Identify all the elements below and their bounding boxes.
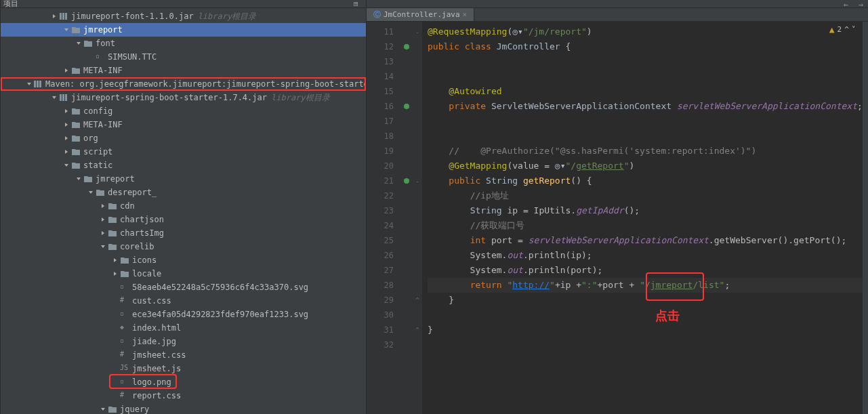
line-number[interactable]: 13 xyxy=(367,54,394,69)
tree-item[interactable]: #report.css xyxy=(1,389,366,402)
line-number[interactable]: 17 xyxy=(367,114,394,129)
gutter-marker[interactable] xyxy=(400,54,413,69)
line-number[interactable]: 14 xyxy=(367,69,394,84)
code-line[interactable]: return "http://"+ip +":"+port + "/jmrepo… xyxy=(428,278,863,293)
line-number[interactable]: 12 xyxy=(367,39,394,54)
fold-column[interactable]: --^^ xyxy=(413,22,422,414)
tree-item[interactable]: cdn xyxy=(1,199,366,213)
line-number[interactable]: 26 xyxy=(367,248,394,263)
line-number[interactable]: 27 xyxy=(367,263,394,278)
gutter-marker[interactable] xyxy=(400,337,413,352)
code-line[interactable]: //获取端口号 xyxy=(428,218,863,233)
fold-handle[interactable] xyxy=(413,144,422,159)
fold-handle[interactable]: - xyxy=(413,173,422,188)
fold-handle[interactable]: - xyxy=(413,24,422,39)
fold-handle[interactable] xyxy=(413,159,422,173)
code-line[interactable]: @Autowired xyxy=(428,84,863,99)
code-line[interactable]: //ip地址 xyxy=(428,188,863,203)
tree-item[interactable]: ▫SIMSUN.TTC xyxy=(1,50,366,64)
tree-arrow-icon[interactable] xyxy=(75,175,82,182)
fold-handle[interactable] xyxy=(413,188,422,203)
tree-item[interactable]: #jmsheet.css xyxy=(1,348,366,362)
tree-arrow-icon[interactable] xyxy=(63,26,70,33)
tree-item[interactable]: jmreport xyxy=(1,172,366,186)
tree-item[interactable]: jimureport-font-1.1.0.jarlibrary根目录 xyxy=(1,9,366,23)
tree-arrow-icon[interactable] xyxy=(63,108,70,115)
code-line[interactable] xyxy=(428,337,863,352)
tab-close-icon[interactable]: × xyxy=(463,10,468,19)
gutter-marker[interactable] xyxy=(400,24,413,39)
line-number[interactable]: 20 xyxy=(367,159,394,173)
gutter-marker[interactable] xyxy=(400,308,413,323)
gutter-marker[interactable] xyxy=(400,293,413,308)
code-line[interactable]: public class JmController { xyxy=(428,39,863,54)
tree-arrow-icon[interactable] xyxy=(100,230,106,236)
tree-arrow-icon[interactable] xyxy=(100,406,106,413)
tree-arrow-icon[interactable] xyxy=(63,162,70,169)
code-line[interactable]: private ServletWebServerApplicationConte… xyxy=(428,99,863,114)
tree-arrow-icon[interactable] xyxy=(51,94,58,101)
gutter-marker[interactable] xyxy=(400,159,413,173)
tree-arrow-icon[interactable] xyxy=(112,257,119,264)
fold-handle[interactable] xyxy=(413,54,422,69)
gutter-marker[interactable] xyxy=(400,99,413,114)
gutter-marker[interactable] xyxy=(400,84,413,99)
code-line[interactable] xyxy=(428,308,863,323)
inspection-up-icon[interactable]: ^ xyxy=(844,25,849,34)
code-line[interactable] xyxy=(428,69,863,84)
code-line[interactable]: System.out.println(ip); xyxy=(428,248,863,263)
gutter-marker[interactable] xyxy=(400,323,413,337)
fold-handle[interactable] xyxy=(413,129,422,144)
tree-item[interactable]: ◈index.html xyxy=(1,321,366,335)
line-number[interactable]: 32 xyxy=(367,337,394,352)
fold-handle[interactable] xyxy=(413,203,422,218)
tree-arrow-icon[interactable] xyxy=(112,352,119,358)
editor-tab-active[interactable]: Ⓒ JmController.java × xyxy=(367,8,474,21)
nav-fwd-icon[interactable]: → xyxy=(859,0,867,8)
gutter-marker[interactable] xyxy=(400,278,413,293)
fold-handle[interactable] xyxy=(413,114,422,129)
tree-item[interactable]: locale xyxy=(1,267,366,281)
tree-item[interactable]: ▫58eaeb4e52248a5c75936c6f4c33a370.svg xyxy=(1,281,366,294)
code-line[interactable]: } xyxy=(428,293,863,308)
code-line[interactable]: String ip = IpUtils.getIpAddr(); xyxy=(428,203,863,218)
code-line[interactable] xyxy=(428,129,863,144)
tree-arrow-icon[interactable] xyxy=(112,365,119,372)
line-number[interactable]: 30 xyxy=(367,308,394,323)
gutter-marker[interactable] xyxy=(400,203,413,218)
tree-arrow-icon[interactable] xyxy=(87,189,94,196)
line-number[interactable]: 25 xyxy=(367,233,394,248)
tree-item[interactable]: desreport_ xyxy=(1,186,366,199)
code-line[interactable]: System.out.println(port); xyxy=(428,263,863,278)
gutter-marker[interactable] xyxy=(400,188,413,203)
line-number[interactable]: 24 xyxy=(367,218,394,233)
tree-arrow-icon[interactable] xyxy=(63,135,70,142)
tree-item[interactable]: jimureport-spring-boot-starter-1.7.4.jar… xyxy=(1,91,366,104)
tree-item[interactable]: ▫logo.png xyxy=(1,375,366,389)
line-number[interactable]: 15 xyxy=(367,84,394,99)
tree-arrow-icon[interactable] xyxy=(112,325,119,331)
line-number[interactable]: 29 xyxy=(367,293,394,308)
line-number[interactable]: 31 xyxy=(367,323,394,337)
fold-handle[interactable] xyxy=(413,233,422,248)
marker-column[interactable] xyxy=(400,22,413,414)
tree-item[interactable]: script xyxy=(1,145,366,159)
gutter-marker[interactable] xyxy=(400,233,413,248)
line-number-gutter[interactable]: 1112131415161718192021222324252627282930… xyxy=(367,22,400,414)
code-editor[interactable]: ▲ 2 ^ ˅ @RequestMapping(◎▾"/jm/report")p… xyxy=(422,22,863,414)
fold-handle[interactable] xyxy=(413,308,422,323)
code-line[interactable] xyxy=(428,54,863,69)
project-tree[interactable]: jimureport-font-1.1.0.jarlibrary根目录jmrep… xyxy=(1,8,366,414)
code-line[interactable]: @RequestMapping(◎▾"/jm/report") xyxy=(428,24,863,39)
tree-item[interactable]: Maven: org.jeecgframework.jimureport:jim… xyxy=(1,77,366,91)
fold-handle[interactable] xyxy=(413,84,422,99)
fold-handle[interactable]: ^ xyxy=(413,293,422,308)
fold-handle[interactable] xyxy=(413,278,422,293)
gutter-marker[interactable] xyxy=(400,173,413,188)
tree-arrow-icon[interactable] xyxy=(112,338,119,345)
line-number[interactable]: 16 xyxy=(367,99,394,114)
tree-item[interactable]: static xyxy=(1,159,366,172)
tree-item[interactable]: jmreport xyxy=(1,23,366,37)
tree-arrow-icon[interactable] xyxy=(75,40,82,47)
tree-item[interactable]: config xyxy=(1,104,366,118)
